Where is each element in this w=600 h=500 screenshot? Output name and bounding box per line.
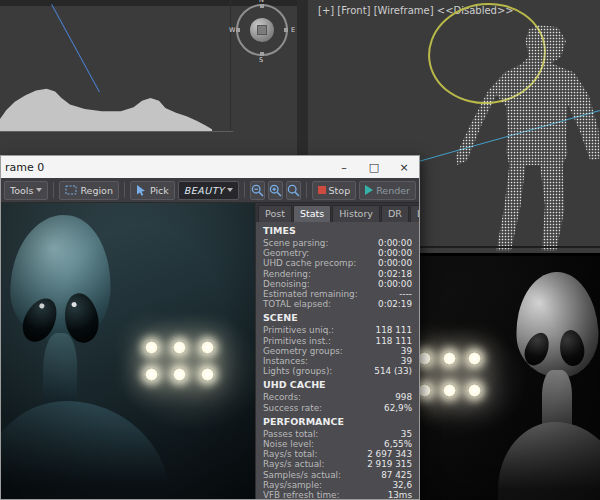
stats-section-title: UHD CACHE [263, 379, 412, 390]
close-button[interactable]: × [389, 156, 419, 178]
studio-light [173, 368, 186, 381]
stat-label: TOTAL elapsed: [263, 299, 331, 309]
stat-row: Rays/s total:2 697 343 [263, 449, 412, 459]
studio-light [468, 384, 481, 397]
tab-stats[interactable]: Stats [293, 205, 331, 222]
stat-value: ---- [399, 289, 412, 299]
stat-value: 2 919 315 [367, 459, 412, 469]
stat-label: Rays/sample: [263, 480, 322, 490]
gizmo-tick-west [236, 28, 240, 32]
minimize-button[interactable]: – [329, 156, 359, 178]
cursor-pick-icon [136, 184, 147, 196]
studio-light [201, 341, 214, 354]
stop-button-label: Stop [329, 185, 351, 196]
tab-history[interactable]: History [332, 205, 380, 222]
stat-value: 0:02:18 [378, 269, 412, 279]
stat-value: 0:02:19 [378, 299, 412, 309]
stat-row: Rays/sample:32,6 [263, 480, 412, 490]
stat-value: 39 [401, 346, 412, 356]
alien-eye [16, 293, 63, 347]
maximize-button[interactable]: □ [359, 156, 389, 178]
stat-value: 13ms [388, 490, 412, 499]
stat-label: Records: [263, 392, 301, 402]
vfb-titlebar[interactable]: rame 0 – □ × [1, 156, 419, 178]
pick-button-label: Pick [150, 185, 169, 196]
stat-label: Rays/s actual: [263, 459, 325, 469]
stat-row: Rays/s actual:2 919 315 [263, 459, 412, 469]
pick-button[interactable]: Pick [130, 181, 175, 200]
play-render-icon [365, 185, 373, 195]
region-rect-icon [65, 185, 77, 195]
stat-row: Records:998 [263, 392, 412, 402]
alien-render-chest [498, 422, 600, 500]
tab-post[interactable]: Post [258, 205, 292, 222]
studio-light [468, 352, 481, 365]
render-button[interactable]: Render [359, 181, 416, 200]
channel-select[interactable]: BEAUTY [178, 181, 239, 200]
rendered-image[interactable] [1, 203, 255, 499]
stat-label: Lights (groups): [263, 366, 332, 376]
stat-label: Geometry groups: [263, 346, 343, 356]
window-controls: – □ × [329, 156, 419, 178]
stat-value: 6,55% [384, 439, 412, 449]
tools-button[interactable]: Tools [4, 181, 48, 200]
gizmo-center-cube[interactable] [257, 25, 267, 35]
zoom-fit-button[interactable] [286, 181, 301, 200]
alien-render-head [8, 212, 115, 345]
view-navigation-gizmo[interactable]: N S W E [236, 4, 288, 56]
render-preview-panel [403, 253, 600, 500]
alien-model-silhouette [0, 86, 212, 132]
stop-button[interactable]: Stop [312, 181, 357, 200]
zoom-out-icon [251, 184, 264, 197]
toolbar-separator [124, 182, 125, 198]
stat-row: Instances:39 [263, 356, 412, 366]
stat-value: 87 425 [381, 470, 412, 480]
stat-label: Primitives inst.: [263, 336, 331, 346]
stats-panel: PostStatsHistoryDRLightMix TIMESScene pa… [255, 203, 419, 499]
gizmo-label-east: E [291, 27, 295, 33]
stat-label: VFB refresh time: [263, 490, 339, 499]
stat-row: UHD cache precomp:0:00:00 [263, 258, 412, 268]
stat-label: Rendering: [263, 269, 311, 279]
tab-lightmix[interactable]: LightMix [410, 205, 419, 222]
studio-light [145, 341, 158, 354]
ground-line-left [0, 131, 233, 132]
stat-label: Geometry: [263, 248, 309, 258]
stats-section-title: SCENE [263, 312, 412, 323]
stat-label: Success rate: [263, 403, 322, 413]
stats-section-title: TIMES [263, 225, 412, 236]
zoom-in-button[interactable] [268, 181, 283, 200]
zoom-in-icon [269, 184, 282, 197]
viewport-divider[interactable] [297, 0, 308, 162]
region-button[interactable]: Region [59, 181, 119, 200]
zoom-out-button[interactable] [250, 181, 265, 200]
alien-render-neck [42, 333, 78, 422]
alien-render-neck [542, 370, 572, 442]
stat-row: Primitives uniq.:118 111 [263, 325, 412, 335]
gizmo-tick-north [260, 4, 264, 8]
stat-label: Primitives uniq.: [263, 325, 334, 335]
studio-light [443, 352, 456, 365]
chevron-down-icon [36, 188, 42, 192]
stat-row: Lights (groups):514 (33) [263, 366, 412, 376]
stat-row: Geometry:0:00:00 [263, 248, 412, 258]
tab-dr[interactable]: DR [381, 205, 409, 222]
stats-panel-body: TIMESScene parsing:0:00:00Geometry:0:00:… [256, 222, 419, 499]
studio-light [443, 384, 456, 397]
gizmo-label-south: S [259, 57, 263, 63]
toolbar-separator [306, 182, 307, 198]
stat-row: Passes total:35 [263, 429, 412, 439]
stat-label: Denoising: [263, 279, 310, 289]
stat-value: 0:00:00 [378, 238, 412, 248]
vfb-toolbar: Tools Region Pick BEAUTY [1, 178, 419, 203]
stat-value: 35 [401, 429, 412, 439]
stat-label: Samples/s actual: [263, 470, 341, 480]
stat-label: Passes total: [263, 429, 318, 439]
alien-render-head [513, 270, 600, 380]
toolbar-separator [244, 182, 245, 198]
stat-row: Success rate:62,9% [263, 403, 412, 413]
gizmo-label-north: N [259, 0, 264, 3]
studio-light [145, 368, 158, 381]
toolbar-separator [53, 182, 54, 198]
window-title: rame 0 [5, 161, 329, 174]
